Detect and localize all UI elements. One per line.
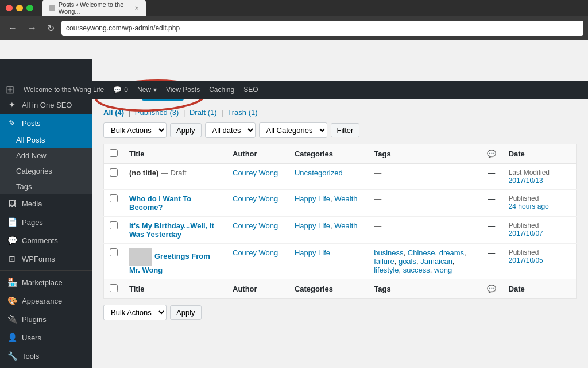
bottom-bulk-actions-select[interactable]: Bulk Actions [103,305,167,320]
apply-button[interactable]: Apply [170,123,202,137]
row-0-date-value[interactable]: 2017/10/13 [509,177,570,185]
close-dot[interactable] [6,5,13,12]
browser-tab[interactable]: Posts ‹ Welcome to the Wong... ✕ [42,0,146,17]
admin-bar: ⊞ Welcome to the Wong Life 💬 0 New ▾ Vie… [0,80,588,99]
row-3-author-link[interactable]: Courey Wong [233,248,278,257]
row-0-checkbox[interactable] [110,168,118,177]
sidebar-item-tools[interactable]: 🔧 Tools [0,347,92,365]
sidebar-item-posts[interactable]: ✎ Posts [0,114,92,132]
status-link-draft[interactable]: Draft (1) [189,108,217,117]
row-3-checkbox[interactable] [110,248,118,256]
wp-logo-icon[interactable]: ⊞ [6,83,14,96]
row-2-category-0[interactable]: Happy Life [295,221,330,230]
th-author[interactable]: Author [227,144,289,164]
tab-close-icon[interactable]: ✕ [134,5,139,12]
row-1-title-link[interactable]: Who do I Want To Become? [129,194,191,212]
row-2-category-1[interactable]: Wealth [334,221,357,230]
row-3-thumbnail [129,248,152,266]
minimize-dot[interactable] [16,5,23,12]
row-2-date-value[interactable]: 2017/10/07 [509,229,570,237]
row-2-title-link[interactable]: It's My Birthday...Well, It Was Yesterda… [129,221,214,239]
row-3-tag-5[interactable]: Jamaican [420,257,452,266]
sidebar-item-pages[interactable]: 📄 Pages [0,213,92,231]
dates-select[interactable]: All dates [205,122,256,138]
row-2-checkbox[interactable] [110,221,118,229]
admin-bar-new[interactable]: New ▾ [137,86,157,94]
row-3-tag-6[interactable]: lifestyle [374,266,399,274]
row-0-title-link[interactable]: (no title) — Draft [129,168,187,177]
row-2-categories-cell: Happy Life, Wealth [289,217,368,244]
admin-bar-comments[interactable]: 💬 0 [113,86,128,94]
row-0-author-link[interactable]: Courey Wong [233,168,278,177]
sidebar-label-categories: Categories [16,167,52,175]
row-1-author-link[interactable]: Courey Wong [233,194,278,203]
tfoot-title[interactable]: Title [123,279,227,299]
row-3-tag-1[interactable]: Chinese [408,248,435,257]
address-bar[interactable]: courseywong.com/wp-admin/edit.php [61,21,583,36]
row-3-tag-7[interactable]: success [403,266,430,274]
row-3-tag-2[interactable]: dreams [439,248,464,257]
maximize-dot[interactable] [26,5,33,12]
categories-select[interactable]: All Categories [259,122,327,138]
row-1-categories-cell: Happy Life, Wealth [289,190,368,217]
row-0-category-0[interactable]: Uncategorized [295,168,343,177]
select-all-checkbox[interactable] [110,149,118,157]
row-3-tag-0[interactable]: business [374,248,403,257]
select-all-bottom-checkbox[interactable] [110,284,118,292]
forward-button[interactable]: → [24,22,40,34]
pages-icon: 📄 [7,217,17,227]
refresh-button[interactable]: ↻ [44,22,58,35]
status-link-trash[interactable]: Trash (1) [227,108,257,117]
table-row: It's My Birthday...Well, It Was Yesterda… [104,217,577,244]
th-title[interactable]: Title [123,144,227,164]
back-button[interactable]: ← [5,22,21,34]
admin-bar-caching[interactable]: Caching [209,86,234,94]
tfoot-date[interactable]: Date [503,279,577,299]
row-2-checkbox-cell [104,217,124,244]
status-link-published[interactable]: Published (3) [135,108,179,117]
row-3-tag-3[interactable]: failure [374,257,394,266]
sidebar-label-wpforms: WPForms [22,255,55,263]
browser-nav: ← → ↻ courseywong.com/wp-admin/edit.php [0,16,588,40]
row-3-category-0[interactable]: Happy Life [295,248,330,257]
sidebar-item-media[interactable]: 🖼 Media [0,194,92,213]
sidebar-item-add-new[interactable]: Add New [0,148,92,163]
bottom-apply-button[interactable]: Apply [170,305,202,320]
sidebar-item-tags[interactable]: Tags [0,179,92,194]
bulk-actions-select[interactable]: Bulk Actions [103,122,167,138]
admin-bar-view-posts[interactable]: View Posts [166,86,200,94]
row-2-author-link[interactable]: Courey Wong [233,221,278,230]
tfoot-tags[interactable]: Tags [368,279,480,299]
th-date[interactable]: Date [503,144,577,164]
row-1-checkbox[interactable] [110,194,118,202]
tfoot-comments: 💬 [480,279,503,299]
tfoot-categories[interactable]: Categories [289,279,368,299]
sidebar-item-plugins[interactable]: 🔌 Plugins [0,310,92,328]
sidebar-label-pages: Pages [22,218,43,227]
status-link-all[interactable]: All (4) [103,108,124,117]
row-3-tag-8[interactable]: wong [434,266,452,274]
sidebar-item-wpforms[interactable]: ⊡ WPForms [0,250,92,268]
sidebar-label-users: Users [22,334,41,342]
row-1-date-value[interactable]: 24 hours ago [509,202,570,210]
sidebar-item-marketplace[interactable]: 🏪 Marketplace [0,273,92,292]
row-3-tag-4[interactable]: goals [399,257,416,266]
tfoot-author[interactable]: Author [227,279,289,299]
sidebar-item-appearance[interactable]: 🎨 Appearance [0,292,92,310]
sidebar-item-users[interactable]: 👤 Users [0,328,92,347]
admin-bar-site-name[interactable]: Welcome to the Wong Life [24,86,104,94]
th-title-text: Title [129,150,145,158]
sidebar-item-categories[interactable]: Categories [0,163,92,179]
row-1-category-1[interactable]: Wealth [334,194,357,203]
sidebar-item-settings[interactable]: ⚙ Settings [0,365,92,368]
posts-table: Title Author Categories Tags [103,144,577,299]
sidebar-item-comments[interactable]: 💬 Comments [0,231,92,250]
th-tags[interactable]: Tags [368,144,480,164]
row-0-date-cell: Last Modified2017/10/13 [503,164,577,190]
th-categories[interactable]: Categories [289,144,368,164]
row-3-date-value[interactable]: 2017/10/05 [509,256,570,264]
sidebar-item-all-posts[interactable]: All Posts [0,132,92,148]
filter-button[interactable]: Filter [331,123,360,137]
admin-bar-seo[interactable]: SEO [243,86,258,94]
row-1-category-0[interactable]: Happy Life [295,194,330,203]
